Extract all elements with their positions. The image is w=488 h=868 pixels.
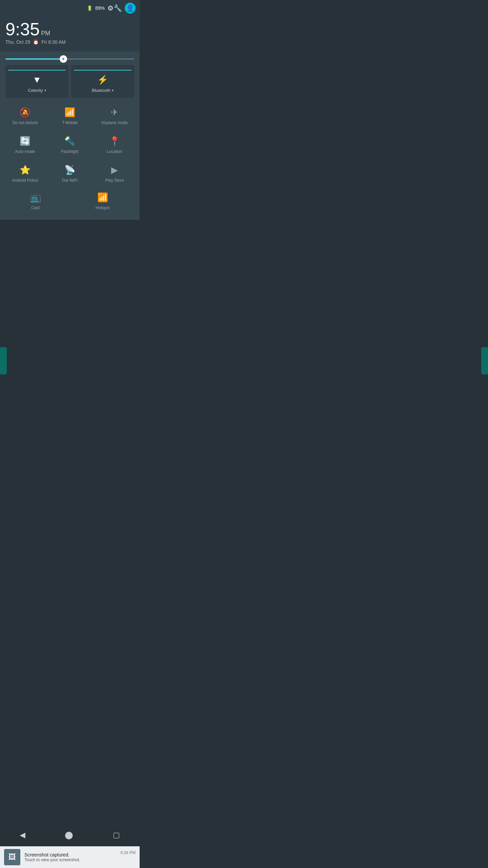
notification-title: Screenshot captured.: [24, 852, 116, 857]
notification-bar[interactable]: 🖼 Screenshot captured. Touch to view you…: [0, 846, 140, 868]
android-police-icon: ⭐: [20, 165, 30, 175]
tiles-grid: 🔕 Do not disturb 📶 T-Mobile ✈ Airplane m…: [0, 100, 140, 187]
play-store-icon: ▶: [111, 165, 118, 175]
bluetooth-icon: ⚡: [97, 75, 108, 85]
tile-play-store[interactable]: ▶ Play Store: [92, 158, 137, 187]
nav-bar: ◀ ⬤ ▢: [0, 827, 140, 844]
date-text: Thu, Oct 29: [5, 39, 30, 45]
bluetooth-toggle[interactable]: ⚡ Bluetooth ▾: [71, 65, 134, 98]
battery-icon: 🔋: [87, 5, 93, 11]
tile-flashlight[interactable]: 🔦 Flashlight: [47, 129, 92, 158]
auto-rotate-label: Auto-rotate: [15, 149, 35, 154]
settings-icon[interactable]: ⚙🔧: [107, 4, 122, 12]
cast-icon: 📺: [30, 192, 41, 203]
tile-android-police[interactable]: ⭐ Android Police: [3, 158, 47, 187]
date-alarm: Thu, Oct 29 ⏰ Fri 8:30 AM: [5, 39, 134, 45]
bluetooth-label: Bluetooth: [92, 88, 110, 93]
cast-label: Cast: [31, 205, 40, 210]
time-display: 9:35 PM: [5, 20, 134, 38]
bluetooth-dropdown-arrow: ▾: [112, 88, 114, 92]
flashlight-label: Flashlight: [61, 149, 78, 154]
tile-do-not-disturb[interactable]: 🔕 Do not disturb: [3, 100, 47, 129]
do-not-disturb-icon: 🔕: [20, 107, 30, 118]
t-mobile-icon: 📶: [64, 107, 75, 118]
tile-auto-rotate[interactable]: 🔄 Auto-rotate: [3, 129, 47, 158]
wifi-toggle[interactable]: ▼ Celerity ▾: [5, 65, 68, 98]
notification-content: Screenshot captured. Touch to view your …: [24, 852, 116, 862]
time-section: 9:35 PM Thu, Oct 29 ⏰ Fri 8:30 AM: [0, 16, 140, 52]
do-not-disturb-label: Do not disturb: [13, 120, 38, 125]
back-button[interactable]: ◀: [14, 829, 31, 841]
notification-panel: ✦ ▼ Celerity ▾ ⚡ Bluetooth ▾ 🔕: [0, 52, 140, 220]
tile-dat-wifi[interactable]: 📡 Dat WiFi: [47, 158, 92, 187]
recent-button[interactable]: ▢: [107, 829, 125, 841]
time-hour: 9:35: [5, 20, 40, 38]
android-police-label: Android Police: [12, 178, 38, 183]
tile-cast[interactable]: 📺 Cast: [17, 187, 55, 214]
wifi-icon: ▼: [33, 75, 41, 85]
hotspot-icon: 📶: [97, 192, 108, 203]
battery-text: 89%: [95, 5, 105, 11]
alarm-icon: ⏰: [33, 39, 39, 45]
brightness-thumb: ✦: [60, 55, 67, 63]
bottom-tiles: 📺 Cast 📶 Hotspot: [0, 187, 140, 214]
time-ampm: PM: [41, 30, 50, 37]
location-label: Location: [107, 149, 122, 154]
wifi-label: Celerity: [28, 88, 43, 93]
notification-time: 9:34 PM: [120, 849, 136, 855]
location-icon: 📍: [109, 136, 120, 146]
bg-accent-left: [0, 347, 7, 374]
airplane-label: Airplane mode: [101, 120, 127, 125]
wifi-divider: [8, 70, 66, 71]
dat-wifi-label: Dat WiFi: [62, 178, 78, 183]
wide-toggles: ▼ Celerity ▾ ⚡ Bluetooth ▾: [0, 65, 140, 98]
notification-body: Touch to view your screenshot.: [24, 857, 116, 862]
t-mobile-label: T-Mobile: [62, 120, 78, 125]
airplane-icon: ✈: [111, 107, 118, 118]
wifi-label-row: Celerity ▾: [28, 88, 46, 93]
alarm-time: Fri 8:30 AM: [41, 39, 66, 45]
notification-thumbnail: 🖼: [4, 849, 20, 865]
tile-t-mobile[interactable]: 📶 T-Mobile: [47, 100, 92, 129]
status-bar-right: 🔋 89% ⚙🔧 👤: [87, 3, 136, 14]
avatar-icon: 👤: [126, 4, 135, 12]
hotspot-label: Hotspot: [96, 205, 109, 210]
tile-airplane-mode[interactable]: ✈ Airplane mode: [92, 100, 137, 129]
tile-hotspot[interactable]: 📶 Hotspot: [82, 187, 123, 214]
brightness-fill: [5, 58, 63, 60]
brightness-sun-icon: ✦: [61, 56, 65, 62]
tile-location[interactable]: 📍 Location: [92, 129, 137, 158]
brightness-row: ✦: [0, 52, 140, 65]
wifi-dropdown-arrow: ▾: [44, 88, 46, 92]
dat-wifi-icon: 📡: [64, 165, 75, 175]
bluetooth-label-row: Bluetooth ▾: [92, 88, 114, 93]
flashlight-icon: 🔦: [64, 136, 75, 146]
notif-thumb-icon: 🖼: [8, 853, 16, 862]
home-button[interactable]: ⬤: [59, 829, 79, 841]
avatar[interactable]: 👤: [125, 3, 136, 14]
brightness-slider[interactable]: ✦: [5, 58, 134, 60]
play-store-label: Play Store: [105, 178, 124, 183]
auto-rotate-icon: 🔄: [20, 136, 30, 146]
bluetooth-divider: [74, 70, 131, 71]
status-bar: 🔋 89% ⚙🔧 👤: [0, 0, 140, 16]
